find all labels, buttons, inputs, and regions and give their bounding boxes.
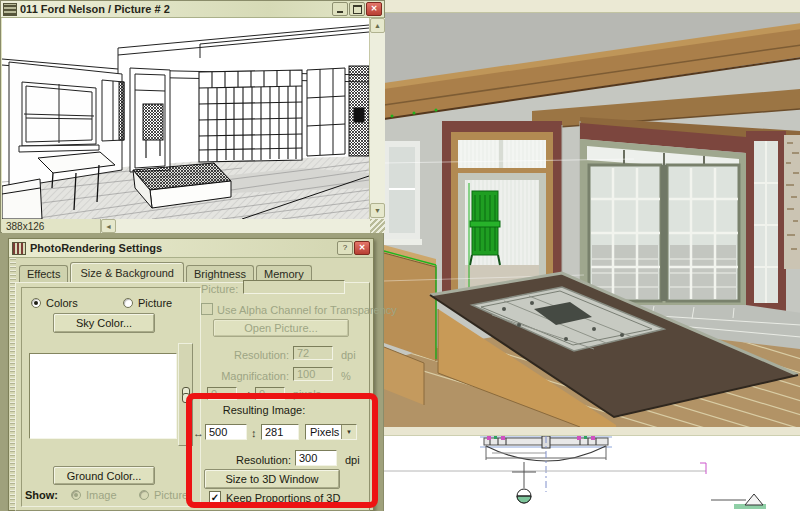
horizontal-scrollbar[interactable]	[116, 219, 370, 233]
close-button[interactable]: ✕	[366, 2, 382, 16]
dialog-titlebar[interactable]: PhotoRendering Settings ? ✕	[9, 239, 373, 258]
show-picture-label: Picture	[154, 489, 188, 501]
dialog-title: PhotoRendering Settings	[30, 242, 336, 254]
scroll-down-button[interactable]: ▼	[370, 203, 385, 218]
ground-color-button[interactable]: Ground Color...	[53, 466, 155, 485]
resulting-image-header: Resulting Image:	[199, 404, 329, 416]
sky-color-button[interactable]: Sky Color...	[53, 313, 155, 333]
units-dropdown-value: Pixels	[306, 425, 341, 439]
green-chair	[470, 191, 500, 265]
show-picture-radio[interactable]	[139, 490, 149, 500]
screen: 011 Ford Nelson / Picture # 2 ✕	[0, 0, 800, 511]
resize-grip[interactable]	[370, 219, 385, 233]
picture-radio[interactable]	[123, 298, 133, 308]
dialog-tabs: Effects Size & Background Brightness Mem…	[19, 262, 314, 282]
show-image-radio[interactable]	[71, 490, 81, 500]
result-resolution-label: Resolution:	[189, 454, 291, 466]
show-image-label: Image	[86, 489, 117, 501]
show-label: Show:	[25, 489, 58, 501]
resolution-field-disabled[interactable]	[293, 346, 333, 360]
plan-drawing-area[interactable]	[384, 436, 800, 511]
3d-window-bottom-edge	[384, 427, 800, 436]
help-button[interactable]: ?	[337, 241, 353, 255]
pixel-width-field-disabled[interactable]	[207, 387, 237, 400]
size-to-3d-window-button[interactable]: Size to 3D Window	[204, 469, 340, 489]
open-picture-button[interactable]: Open Picture...	[213, 319, 349, 337]
pixels-label: pixels	[293, 388, 321, 400]
picture-window-icon	[3, 3, 17, 16]
vertical-scrollbar[interactable]: ▲ ▼	[369, 18, 385, 219]
minimize-button[interactable]	[332, 2, 348, 16]
image-size-indicator: 388x126	[2, 219, 101, 233]
picture-radio-label: Picture	[138, 297, 172, 309]
3d-render-svg	[384, 13, 800, 427]
chain-link-icon	[182, 389, 190, 401]
sky-color-preview	[29, 353, 177, 439]
color-link-slider[interactable]	[178, 343, 193, 446]
3d-window	[383, 0, 800, 511]
check-icon: ✓	[211, 492, 219, 503]
picture-window-titlebar[interactable]: 011 Ford Nelson / Picture # 2 ✕	[1, 1, 384, 18]
picture-field-label: Picture:	[201, 283, 238, 295]
maximize-button[interactable]	[349, 2, 365, 16]
tab-size-background[interactable]: Size & Background	[70, 262, 184, 282]
3d-window-top-edge	[384, 0, 800, 13]
height-arrow-icon: ↕	[251, 427, 257, 439]
photorendering-settings-dialog: PhotoRendering Settings ? ✕ Effects Size…	[8, 238, 374, 511]
result-dpi-label: dpi	[345, 454, 360, 466]
wireframe-canvas[interactable]	[2, 18, 369, 219]
alpha-channel-checkbox[interactable]	[201, 303, 213, 315]
result-height-field[interactable]	[261, 424, 299, 440]
chevron-down-icon[interactable]: ▼	[341, 425, 356, 439]
minimize-icon	[337, 11, 343, 13]
picture-window-title: 011 Ford Nelson / Picture # 2	[20, 3, 331, 15]
picture-window: 011 Ford Nelson / Picture # 2 ✕	[0, 0, 385, 233]
percent-label: %	[341, 370, 351, 382]
photorendering-icon	[12, 242, 26, 255]
dpi-label-disabled: dpi	[341, 349, 356, 361]
keep-proportions-label: Keep Proportions of 3D	[226, 492, 340, 504]
resolution-label-disabled: Resolution:	[201, 349, 289, 361]
dialog-close-button[interactable]: ✕	[354, 241, 370, 255]
units-dropdown[interactable]: Pixels ▼	[305, 424, 357, 440]
wireframe-svg	[2, 18, 369, 219]
colors-radio[interactable]	[31, 298, 41, 308]
scroll-up-button[interactable]: ▲	[370, 18, 385, 33]
scroll-left-button[interactable]: ◄	[101, 219, 116, 233]
colors-radio-label: Colors	[46, 297, 78, 309]
picture-window-statusbar: 388x126 ◄	[2, 219, 385, 233]
keep-proportions-checkbox[interactable]: ✓	[209, 491, 221, 503]
result-width-field[interactable]	[205, 424, 247, 440]
width-arrow-icon: ↔	[193, 427, 204, 439]
result-resolution-field[interactable]	[295, 450, 337, 466]
3d-viewport[interactable]	[384, 13, 800, 427]
alpha-channel-label: Use Alpha Channel for Transparency	[217, 304, 397, 316]
maximize-icon	[353, 5, 362, 14]
pixel-height-field-disabled[interactable]	[255, 387, 285, 400]
picture-field[interactable]	[243, 280, 345, 294]
magnification-label: Magnification:	[189, 370, 289, 382]
magnification-field[interactable]	[293, 367, 333, 381]
height-arrow-icon-disabled: ↕	[246, 388, 252, 400]
tab-effects[interactable]: Effects	[19, 265, 68, 282]
plan-drawing-svg	[384, 436, 800, 511]
stone-pillar	[784, 135, 800, 269]
